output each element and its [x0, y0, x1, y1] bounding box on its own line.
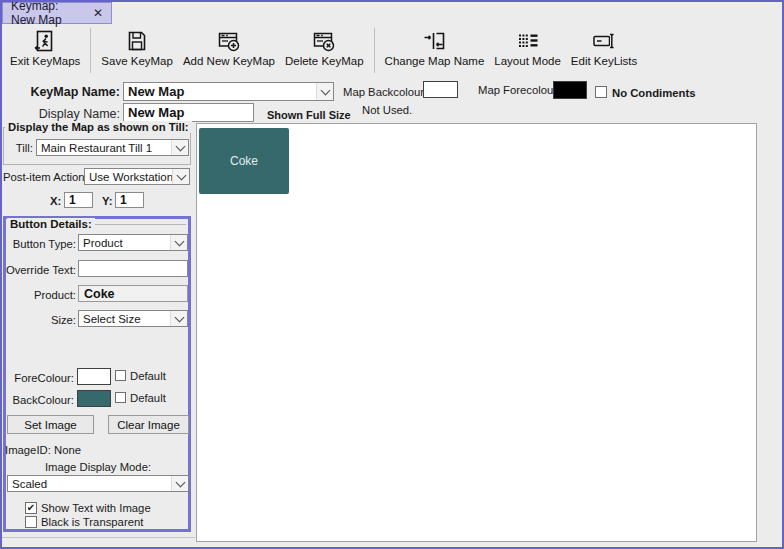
toolbar-separator — [90, 28, 91, 73]
image-display-mode-label: Image Display Mode: — [22, 461, 174, 473]
show-text-with-image-label: Show Text with Image — [41, 502, 151, 514]
till-value: Main Restaurant Till 1 — [37, 140, 171, 155]
image-display-mode-combobox[interactable]: Scaled — [7, 475, 189, 492]
image-display-mode-value: Scaled — [8, 476, 171, 491]
button-details-title: Button Details: — [7, 218, 95, 230]
close-icon[interactable]: ✕ — [93, 6, 103, 20]
toolbar-item-label: Change Map Name — [385, 55, 485, 67]
x-label: X: — [50, 195, 61, 207]
map-backcolour-label: Map Backcolour: — [343, 86, 427, 98]
backcolour-swatch[interactable] — [77, 390, 111, 407]
chevron-down-icon — [171, 140, 188, 155]
display-name-input[interactable] — [123, 103, 254, 122]
backcolour-label: BackColour: — [6, 394, 74, 406]
size-label: Size: — [10, 314, 76, 326]
save-icon — [125, 29, 149, 53]
toolbar-item-label: Layout Mode — [494, 55, 561, 67]
size-value: Select Size — [79, 311, 170, 326]
map-backcolour-swatch[interactable] — [423, 81, 458, 98]
product-label: Product: — [10, 289, 76, 301]
backcolour-default-label: Default — [130, 392, 166, 404]
delete-keymap-button[interactable]: Delete KeyMap — [280, 26, 369, 67]
button-type-value: Product — [79, 235, 170, 250]
x-input[interactable] — [64, 192, 93, 208]
product-value-box: Coke — [78, 285, 188, 302]
imageid-value: None — [54, 444, 81, 456]
clear-image-button[interactable]: Clear Image — [108, 415, 189, 434]
panel-bottom-divider — [2, 537, 195, 538]
keymap-window: Keymap: New Map ✕ Exit KeyMaps — [0, 0, 784, 549]
toolbar-item-label: Add New KeyMap — [183, 55, 275, 67]
show-text-with-image-checkbox[interactable]: ✔ — [25, 502, 37, 514]
post-item-action-combobox[interactable]: Use Workstation — [84, 168, 190, 185]
forecolour-default-checkbox[interactable] — [115, 370, 126, 381]
toolbar-item-label: Edit KeyLists — [571, 55, 637, 67]
y-label: Y: — [102, 195, 112, 207]
layout-mode-button[interactable]: Layout Mode — [489, 26, 566, 67]
edit-keylists-icon — [592, 29, 616, 53]
post-item-action-label: Post-item Action: — [3, 171, 88, 183]
keymap-name-combobox[interactable]: New Map — [123, 82, 334, 101]
forecolour-default-label: Default — [130, 370, 166, 382]
toolbar-separator — [374, 28, 375, 73]
tab-keymap[interactable]: Keymap: New Map ✕ — [2, 2, 112, 24]
tab-title: Keymap: New Map — [11, 0, 82, 27]
map-button-coke[interactable]: Coke — [199, 128, 289, 194]
override-text-label: Override Text: — [4, 264, 76, 276]
change-map-name-button[interactable]: Change Map Name — [380, 26, 490, 67]
display-name-label: Display Name: — [10, 107, 120, 121]
till-groupbox-title: Display the Map as shown on Till: — [5, 121, 192, 133]
keymap-name-value: New Map — [124, 83, 316, 100]
post-item-action-value: Use Workstation — [85, 169, 172, 184]
edit-keylists-button[interactable]: Edit KeyLists — [566, 26, 642, 67]
add-new-keymap-button[interactable]: Add New KeyMap — [178, 26, 280, 67]
chevron-down-icon — [316, 83, 333, 100]
chevron-down-icon — [170, 235, 187, 250]
no-condiments-checkbox[interactable] — [595, 86, 607, 98]
map-forecolour-label: Map Forecolour: — [478, 84, 560, 96]
black-is-transparent-checkbox[interactable] — [25, 516, 37, 528]
forecolour-label: ForeColour: — [6, 372, 74, 384]
add-keymap-icon — [217, 29, 241, 53]
shown-full-size-label: Shown Full Size — [267, 109, 351, 121]
chevron-down-icon — [171, 476, 188, 491]
delete-keymap-icon — [312, 29, 336, 53]
till-combobox[interactable]: Main Restaurant Till 1 — [36, 139, 189, 156]
layout-mode-icon — [516, 29, 540, 53]
chevron-down-icon — [172, 169, 189, 184]
map-forecolour-swatch[interactable] — [553, 81, 587, 99]
set-image-button[interactable]: Set Image — [7, 415, 94, 434]
toolbar: Exit KeyMaps Save KeyMap — [5, 26, 642, 78]
toolbar-item-label: Save KeyMap — [101, 55, 173, 67]
backcolour-default-checkbox[interactable] — [115, 392, 126, 403]
toolbar-item-label: Exit KeyMaps — [10, 55, 80, 67]
checkmark: ✔ — [27, 503, 35, 513]
button-type-label: Button Type: — [10, 238, 76, 250]
no-condiments-label: No Condiments — [612, 87, 695, 99]
imageid-label: ImageID: — [5, 444, 51, 456]
map-canvas[interactable]: Coke — [196, 123, 757, 542]
y-input[interactable] — [115, 192, 144, 208]
toolbar-item-label: Delete KeyMap — [285, 55, 364, 67]
override-text-input[interactable] — [78, 260, 188, 277]
not-used-label: Not Used. — [362, 104, 412, 116]
keymap-name-label: KeyMap Name: — [10, 85, 120, 99]
size-combobox[interactable]: Select Size — [78, 310, 188, 327]
button-type-combobox[interactable]: Product — [78, 234, 188, 251]
forecolour-swatch[interactable] — [77, 368, 111, 385]
change-map-name-icon — [422, 29, 446, 53]
exit-icon — [33, 29, 57, 53]
till-label: Till: — [2, 142, 33, 154]
exit-keymaps-button[interactable]: Exit KeyMaps — [5, 26, 85, 67]
save-keymap-button[interactable]: Save KeyMap — [96, 26, 178, 67]
black-is-transparent-label: Black is Transparent — [41, 516, 143, 528]
chevron-down-icon — [170, 311, 187, 326]
